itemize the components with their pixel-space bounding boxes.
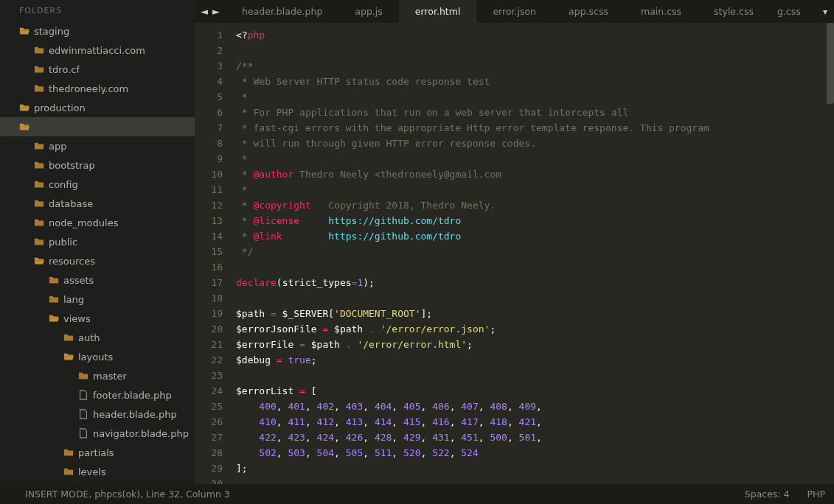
tab-nav: ◄ ►: [195, 0, 226, 23]
folder-icon: [34, 237, 44, 247]
folder-item[interactable]: resources: [0, 251, 195, 270]
file-item[interactable]: navigator.blade.php: [0, 424, 195, 443]
status-indent[interactable]: Spaces: 4: [745, 489, 790, 500]
code-line: [236, 259, 827, 275]
code-line: * Web Server HTTP status code response t…: [236, 74, 827, 89]
folder-item[interactable]: master: [0, 366, 195, 385]
line-number: 1: [195, 27, 223, 43]
tab[interactable]: app.scss: [552, 0, 625, 23]
folder-item[interactable]: staging: [0, 21, 195, 41]
line-number: 18: [195, 290, 223, 306]
tree-item-label: bootstrap: [49, 160, 95, 171]
code-line: <?php: [236, 27, 827, 43]
code-line: * @copyright Copyright 2018, Thedro Neel…: [236, 197, 827, 213]
folder-item[interactable]: app: [0, 136, 195, 155]
tab[interactable]: main.css: [625, 0, 698, 23]
line-number: 14: [195, 228, 223, 244]
folder-item[interactable]: config: [0, 175, 195, 194]
line-number: 16: [195, 259, 223, 275]
line-number: 7: [195, 120, 223, 136]
tree-item-label: edwinmattiacci.com: [49, 45, 145, 56]
code-line: * will run through given HTTP error resp…: [236, 136, 827, 151]
tree-item-label: database: [49, 198, 93, 209]
folder-open-icon: [19, 102, 29, 113]
code-line: 422, 423, 424, 426, 428, 429, 431, 451, …: [236, 430, 827, 445]
tab-label: error.json: [493, 6, 536, 17]
line-number: 30: [195, 476, 223, 484]
tree-item-label: partials: [78, 447, 114, 458]
status-syntax[interactable]: PHP: [807, 489, 825, 500]
line-number: 22: [195, 352, 223, 368]
folder-item[interactable]: auth: [0, 328, 195, 347]
line-number: 11: [195, 182, 223, 197]
folder-item[interactable]: assets: [0, 270, 195, 290]
folder-item[interactable]: levels: [0, 462, 195, 481]
tree-item-label: navigator.blade.php: [93, 428, 189, 439]
tree-item-label: config: [49, 179, 78, 190]
folder-item[interactable]: partials: [0, 443, 195, 462]
tree-item-label: app: [49, 141, 66, 152]
line-number: 2: [195, 43, 223, 58]
line-number: 25: [195, 399, 223, 414]
code-line: * @license https://github.com/tdro: [236, 213, 827, 228]
vertical-scrollbar[interactable]: [827, 23, 834, 484]
status-mode-text: INSERT MODE, phpcs(ok), Line 32, Column …: [25, 489, 230, 500]
tree-item-label: [34, 122, 74, 133]
folder-item[interactable]: tdro.cf: [0, 60, 195, 79]
folder-item[interactable]: public: [0, 232, 195, 251]
folder-icon: [63, 332, 74, 343]
folder-item[interactable]: edwinmattiacci.com: [0, 41, 195, 60]
folder-item[interactable]: node_modules: [0, 213, 195, 232]
folder-icon: [34, 141, 44, 151]
code-line: $debug = true;: [236, 352, 827, 368]
line-number: 23: [195, 368, 223, 383]
folder-item[interactable]: thedroneely.com: [0, 79, 195, 98]
code-line: * @author Thedro Neely <thedroneely@gmai…: [236, 167, 827, 182]
folder-icon: [34, 83, 44, 94]
folder-open-icon: [63, 351, 74, 362]
line-number: 26: [195, 414, 223, 430]
code-content[interactable]: <?php/** * Web Server HTTP status code r…: [233, 23, 827, 484]
folder-icon: [34, 198, 44, 209]
tab[interactable]: error.json: [476, 0, 552, 23]
tab-label: main.css: [641, 6, 681, 17]
code-line: 410, 411, 412, 413, 414, 415, 416, 417, …: [236, 414, 827, 430]
tab-prev-icon[interactable]: ◄: [201, 6, 208, 17]
tree-item-label: staging: [34, 26, 69, 37]
folder-open-icon: [19, 122, 29, 132]
code-line: ];: [236, 461, 827, 476]
code-line: [236, 290, 827, 306]
folder-item[interactable]: production: [0, 98, 195, 117]
tree-item-label: thedroneely.com: [49, 83, 128, 94]
file-icon: [78, 390, 88, 400]
code-line: * fast-cgi errors with the appropriate H…: [236, 120, 827, 136]
folder-item[interactable]: views: [0, 309, 195, 328]
tab[interactable]: style.css: [698, 0, 770, 23]
folder-item[interactable]: [0, 117, 195, 136]
folder-item[interactable]: database: [0, 194, 195, 213]
tab[interactable]: g.css: [770, 0, 805, 23]
tab[interactable]: app.js: [338, 0, 399, 23]
tab-bar: ◄ ► header.blade.phpapp.jserror.htmlerro…: [195, 0, 834, 23]
tree-item-label: resources: [49, 256, 95, 267]
folder-icon: [63, 447, 74, 458]
tree-item-label: public: [49, 237, 77, 248]
file-item[interactable]: footer.blade.php: [0, 385, 195, 405]
line-number: 6: [195, 105, 223, 120]
tab-overflow-icon[interactable]: ▾: [816, 0, 834, 23]
file-item[interactable]: header.blade.php: [0, 405, 195, 424]
code-line: /**: [236, 58, 827, 74]
tree-item-label: assets: [63, 275, 94, 286]
tab-label: app.scss: [569, 6, 608, 17]
folder-open-icon: [49, 313, 59, 323]
tab[interactable]: error.html: [399, 0, 477, 23]
tab-label: style.css: [714, 6, 754, 17]
line-number-gutter: 1234567891011121314151617181920212223242…: [195, 23, 233, 484]
folder-item[interactable]: bootstrap: [0, 155, 195, 175]
tab[interactable]: header.blade.php: [226, 0, 338, 23]
folder-item[interactable]: lang: [0, 290, 195, 309]
tree-item-label: auth: [78, 332, 100, 343]
folder-item[interactable]: layouts: [0, 347, 195, 366]
tab-label: g.css: [777, 6, 801, 17]
tab-next-icon[interactable]: ►: [212, 6, 220, 17]
